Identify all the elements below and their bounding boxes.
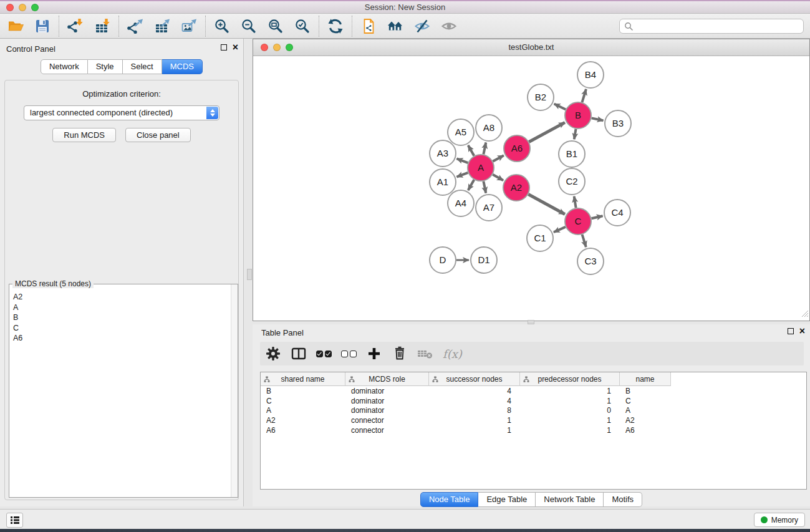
zoom-out-icon[interactable] xyxy=(239,17,258,36)
edge-A-A6[interactable] xyxy=(493,155,503,161)
cell-shared-name[interactable]: C xyxy=(261,397,345,405)
deselect-all-checks-icon[interactable] xyxy=(341,351,357,357)
result-item[interactable]: A xyxy=(13,302,230,313)
save-session-icon[interactable] xyxy=(33,17,52,36)
show-graphics-details-icon[interactable] xyxy=(440,17,458,36)
cell-name[interactable]: A xyxy=(620,406,671,415)
new-network-from-file-icon[interactable] xyxy=(359,17,378,36)
network-window-titlebar[interactable]: testGlobe.txt xyxy=(253,39,809,56)
cell-successor-nodes[interactable]: 1 xyxy=(429,426,520,435)
export-network-icon[interactable] xyxy=(126,17,145,36)
tab-mcds[interactable]: MCDS xyxy=(162,59,203,74)
edge-C-C1[interactable] xyxy=(554,227,566,232)
edge-A-A8[interactable] xyxy=(483,143,486,155)
export-image-icon[interactable] xyxy=(180,17,198,36)
zoom-window-button[interactable] xyxy=(31,4,39,11)
memory-button[interactable]: Memory xyxy=(754,513,805,527)
cell-predecessor-nodes[interactable]: 1 xyxy=(520,426,620,435)
edge-A6-B[interactable] xyxy=(529,122,565,142)
cell-successor-nodes[interactable]: 4 xyxy=(429,397,520,405)
tab-network-table[interactable]: Network Table xyxy=(536,492,604,507)
cell-shared-name[interactable]: B xyxy=(261,387,345,395)
import-table-icon[interactable] xyxy=(93,17,112,36)
open-session-icon[interactable] xyxy=(6,17,25,36)
close-table-panel-icon[interactable]: × xyxy=(799,328,805,334)
run-mcds-button[interactable]: Run MCDS xyxy=(52,128,116,142)
select-all-checks-icon[interactable] xyxy=(316,351,332,357)
cell-name[interactable]: B xyxy=(620,387,671,395)
network-canvas[interactable]: B4B2BB3A8A5A6A3B1AC2A1A2A4A7C4CC1C3DD1 xyxy=(253,56,809,321)
cell-MCDS-role[interactable]: dominator xyxy=(345,387,429,395)
tab-style[interactable]: Style xyxy=(88,59,123,74)
add-column-icon[interactable] xyxy=(366,346,382,362)
zoom-fit-icon[interactable] xyxy=(266,17,285,36)
edge-A2-C[interactable] xyxy=(528,195,565,215)
zoom-in-icon[interactable] xyxy=(213,17,231,36)
refresh-view-icon[interactable] xyxy=(326,17,345,36)
export-table-icon[interactable] xyxy=(153,17,171,36)
cell-shared-name[interactable]: A6 xyxy=(261,426,345,435)
edge-A-A5[interactable] xyxy=(468,145,474,156)
criterion-dropdown[interactable]: largest connected component (directed) xyxy=(24,105,219,120)
cell-name[interactable]: A2 xyxy=(620,416,671,425)
minimize-network-window-button[interactable] xyxy=(273,44,281,51)
hide-graphics-details-icon[interactable] xyxy=(413,17,432,36)
tab-network[interactable]: Network xyxy=(41,59,88,74)
cell-MCDS-role[interactable]: connector xyxy=(345,416,429,425)
cell-MCDS-role[interactable]: dominator xyxy=(345,397,429,405)
edge-A-A2[interactable] xyxy=(493,175,503,180)
cell-successor-nodes[interactable]: 8 xyxy=(429,406,520,415)
float-table-panel-icon[interactable] xyxy=(788,328,794,334)
column-header-shared-name[interactable]: shared name xyxy=(261,372,345,386)
cell-name[interactable]: C xyxy=(620,397,671,405)
close-network-window-button[interactable] xyxy=(261,44,268,51)
edge-B-B1[interactable] xyxy=(574,129,576,140)
column-header-predecessor-nodes[interactable]: predecessor nodes xyxy=(520,372,620,386)
cell-predecessor-nodes[interactable]: 1 xyxy=(520,387,620,395)
column-header-MCDS-role[interactable]: MCDS role xyxy=(345,372,429,386)
column-header-successor-nodes[interactable]: successor nodes xyxy=(429,372,520,386)
edge-A-A1[interactable] xyxy=(456,173,468,177)
column-header-name[interactable]: name xyxy=(620,372,671,386)
cell-MCDS-role[interactable]: dominator xyxy=(345,406,429,415)
tab-select[interactable]: Select xyxy=(123,59,162,74)
search-box[interactable] xyxy=(619,19,804,34)
cell-successor-nodes[interactable]: 1 xyxy=(429,416,520,425)
cell-shared-name[interactable]: A xyxy=(261,406,345,415)
tab-edge-table[interactable]: Edge Table xyxy=(478,492,536,507)
resize-grip-icon[interactable] xyxy=(801,309,809,320)
result-item[interactable]: B xyxy=(13,312,230,323)
zoom-selected-icon[interactable] xyxy=(293,17,312,36)
show-home-panels-icon[interactable] xyxy=(386,17,405,36)
cell-predecessor-nodes[interactable]: 1 xyxy=(520,397,620,405)
horizontal-divider-handle[interactable] xyxy=(528,320,534,324)
table-settings-icon[interactable] xyxy=(265,346,281,362)
edge-C-C3[interactable] xyxy=(582,235,586,247)
network-graph[interactable]: B4B2BB3A8A5A6A3B1AC2A1A2A4A7C4CC1C3DD1 xyxy=(253,56,809,321)
edge-B-B2[interactable] xyxy=(554,104,566,109)
tab-motifs[interactable]: Motifs xyxy=(604,492,642,507)
cell-MCDS-role[interactable]: connector xyxy=(345,426,429,435)
edge-C-C4[interactable] xyxy=(591,216,602,218)
float-panel-icon[interactable] xyxy=(221,44,227,51)
edge-C-C2[interactable] xyxy=(574,196,576,208)
panel-list-button[interactable] xyxy=(6,513,23,528)
search-input[interactable] xyxy=(636,21,799,31)
minimize-window-button[interactable] xyxy=(19,4,26,11)
edge-A-A4[interactable] xyxy=(468,180,474,190)
cell-predecessor-nodes[interactable]: 1 xyxy=(520,416,620,425)
close-panel-icon[interactable]: × xyxy=(233,44,238,51)
edge-A-A3[interactable] xyxy=(456,158,468,163)
close-panel-button[interactable]: Close panel xyxy=(125,128,191,142)
cell-predecessor-nodes[interactable]: 0 xyxy=(520,406,620,415)
cell-successor-nodes[interactable]: 4 xyxy=(429,387,520,395)
result-item[interactable]: A2 xyxy=(13,292,230,302)
result-item[interactable]: C xyxy=(13,323,230,334)
zoom-network-window-button[interactable] xyxy=(286,44,293,51)
edge-B-B4[interactable] xyxy=(582,89,586,102)
cell-name[interactable]: A6 xyxy=(620,426,671,435)
delete-column-icon[interactable] xyxy=(392,346,408,362)
result-item[interactable]: A6 xyxy=(13,333,230,344)
app-titlebar[interactable]: Session: New Session xyxy=(0,0,810,14)
vertical-divider-handle[interactable] xyxy=(247,269,252,280)
